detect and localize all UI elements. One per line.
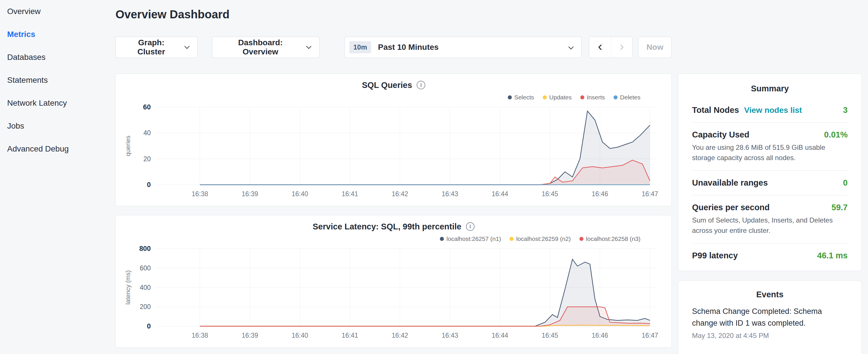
chart-title-row: SQL Queries i xyxy=(116,79,672,91)
dashboard-controls: Graph: Cluster Dashboard: Overview 10m P… xyxy=(116,37,672,58)
legend-label: localhost:26259 (n2) xyxy=(516,235,570,242)
sidebar-item-overview[interactable]: Overview xyxy=(7,0,112,23)
summary-label: Total Nodes xyxy=(692,105,739,115)
legend-dot xyxy=(440,237,444,241)
summary-label: Capacity Used xyxy=(692,130,749,139)
summary-panel: Summary Total Nodes View nodes list 3 Ca… xyxy=(678,74,862,271)
legend-label: Inserts xyxy=(587,94,605,101)
sidebar-item-statements[interactable]: Statements xyxy=(7,69,112,92)
svg-text:16:42: 16:42 xyxy=(392,332,408,339)
legend-item-selects[interactable]: Selects xyxy=(508,94,534,101)
dashboard-label: Dashboard: Overview xyxy=(221,38,300,57)
svg-text:16:41: 16:41 xyxy=(342,190,358,198)
time-forward-button[interactable]: › xyxy=(611,37,632,58)
legend-label: Updates xyxy=(549,94,572,101)
summary-row-queries-per-second: Queries per second 59.7 Sum of Selects, … xyxy=(692,195,848,243)
legend-item-inserts[interactable]: Inserts xyxy=(580,94,605,101)
sidebar-item-advanced-debug[interactable]: Advanced Debug xyxy=(7,137,112,160)
time-window-label: Past 10 Minutes xyxy=(378,43,439,52)
svg-text:0: 0 xyxy=(147,181,151,189)
summary-label: Unavailable ranges xyxy=(692,178,768,188)
svg-text:600: 600 xyxy=(140,264,151,272)
time-back-button[interactable]: ‹ xyxy=(589,37,611,58)
graph-scope-label: Graph: Cluster xyxy=(124,38,178,57)
svg-text:800: 800 xyxy=(139,245,151,252)
legend-item-n3[interactable]: localhost:26258 (n3) xyxy=(580,235,641,242)
dashboard-dropdown[interactable]: Dashboard: Overview xyxy=(212,37,319,58)
time-step-buttons: ‹ › xyxy=(589,37,632,58)
page-title: Overview Dashboard xyxy=(116,7,672,21)
svg-text:16:41: 16:41 xyxy=(342,332,358,339)
service-latency-chart-panel: Service Latency: SQL, 99th percentile i … xyxy=(116,215,672,348)
svg-text:60: 60 xyxy=(143,104,151,111)
legend-item-n1[interactable]: localhost:26257 (n1) xyxy=(440,235,501,242)
svg-text:400: 400 xyxy=(140,284,151,291)
summary-value: 59.7 xyxy=(832,203,848,212)
summary-description: You are using 28.6 MiB of 515.9 GiB usab… xyxy=(692,142,848,163)
svg-text:16:46: 16:46 xyxy=(592,190,608,198)
service-latency-chart: 16:3816:3916:4016:4116:4216:4316:4416:45… xyxy=(116,245,672,344)
sidebar-item-metrics[interactable]: Metrics xyxy=(7,23,112,46)
sidebar-item-network-latency[interactable]: Network Latency xyxy=(7,92,112,115)
main-content: Overview Dashboard Graph: Cluster Dashbo… xyxy=(116,0,672,354)
chart-legend: Selects Updates Inserts Deletes xyxy=(116,91,672,104)
sidebar: Overview Metrics Databases Statements Ne… xyxy=(0,0,112,354)
graph-scope-dropdown[interactable]: Graph: Cluster xyxy=(116,37,198,58)
chart-title: Service Latency: SQL, 99th percentile xyxy=(313,222,461,231)
svg-text:40: 40 xyxy=(143,129,151,137)
events-title: Events xyxy=(692,288,848,300)
summary-row-unavailable-ranges: Unavailable ranges 0 xyxy=(692,170,848,195)
chart-legend: localhost:26257 (n1) localhost:26259 (n2… xyxy=(116,232,672,245)
legend-item-n2[interactable]: localhost:26259 (n2) xyxy=(509,235,570,242)
event-message: Schema Change Completed: Schema change w… xyxy=(692,305,848,329)
legend-label: localhost:26258 (n3) xyxy=(586,235,641,242)
summary-title: Summary xyxy=(692,83,848,95)
events-panel: Events Schema Change Completed: Schema c… xyxy=(678,281,862,354)
svg-text:16:45: 16:45 xyxy=(541,190,558,198)
now-button[interactable]: Now xyxy=(638,37,672,58)
svg-text:16:45: 16:45 xyxy=(541,332,558,339)
summary-row-total-nodes: Total Nodes View nodes list 3 xyxy=(692,98,848,122)
legend-dot xyxy=(580,237,584,241)
svg-text:16:38: 16:38 xyxy=(192,190,208,198)
time-window-dropdown[interactable]: 10m Past 10 Minutes xyxy=(344,37,582,58)
summary-value: 0.01% xyxy=(824,130,848,139)
legend-item-deletes[interactable]: Deletes xyxy=(614,94,641,101)
svg-text:16:43: 16:43 xyxy=(442,190,458,198)
sql-queries-chart: 16:3816:3916:4016:4116:4216:4316:4416:45… xyxy=(116,104,672,202)
event-item: Schema Change Completed: Schema change w… xyxy=(692,305,848,340)
chevron-down-icon xyxy=(184,43,189,49)
time-window-badge: 10m xyxy=(349,41,371,53)
svg-text:16:39: 16:39 xyxy=(242,190,258,198)
legend-dot xyxy=(509,237,514,241)
sql-queries-chart-panel: SQL Queries i Selects Updates Inserts xyxy=(116,74,672,206)
chevron-down-icon xyxy=(306,43,311,49)
svg-text:16:47: 16:47 xyxy=(642,332,658,339)
sidebar-item-databases[interactable]: Databases xyxy=(7,46,112,69)
chart-title-row: Service Latency: SQL, 99th percentile i xyxy=(116,221,672,232)
summary-value: 3 xyxy=(843,105,848,115)
info-icon[interactable]: i xyxy=(417,81,425,89)
svg-text:16:39: 16:39 xyxy=(242,332,258,339)
legend-item-updates[interactable]: Updates xyxy=(543,94,572,101)
legend-label: localhost:26257 (n1) xyxy=(446,235,501,242)
sidebar-item-jobs[interactable]: Jobs xyxy=(7,115,112,137)
legend-dot xyxy=(508,95,512,99)
info-icon[interactable]: i xyxy=(466,222,474,231)
legend-dot xyxy=(580,95,584,99)
legend-dot xyxy=(543,95,547,99)
svg-text:16:42: 16:42 xyxy=(392,190,408,198)
svg-text:16:40: 16:40 xyxy=(292,332,308,339)
event-timestamp: May 13, 2020 at 4:45 PM xyxy=(692,332,848,340)
svg-text:16:38: 16:38 xyxy=(192,332,208,339)
legend-dot xyxy=(614,95,618,99)
view-nodes-link[interactable]: View nodes list xyxy=(744,106,802,115)
svg-text:20: 20 xyxy=(143,155,151,163)
svg-text:16:43: 16:43 xyxy=(442,332,458,339)
app-root: Overview Metrics Databases Statements Ne… xyxy=(0,0,868,354)
svg-text:0: 0 xyxy=(147,322,151,330)
svg-text:queries: queries xyxy=(124,135,131,156)
svg-text:16:40: 16:40 xyxy=(292,190,308,198)
svg-text:16:44: 16:44 xyxy=(492,332,508,339)
legend-label: Selects xyxy=(515,94,534,101)
